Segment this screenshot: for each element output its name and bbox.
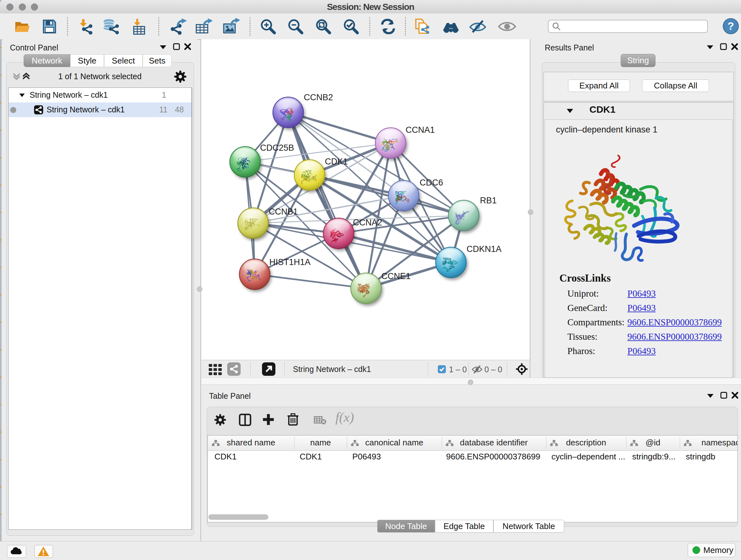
svg-text:CCNB2: CCNB2 (304, 92, 333, 102)
svg-text:CDKN1A: CDKN1A (467, 244, 502, 254)
svg-text:CCNA1: CCNA1 (406, 125, 435, 135)
svg-text:HIST1H1A: HIST1H1A (269, 257, 311, 267)
svg-text:?: ? (728, 20, 734, 32)
svg-text:CCNA2: CCNA2 (353, 218, 382, 227)
svg-text:CCNE1: CCNE1 (381, 271, 411, 281)
svg-text:CDC6: CDC6 (420, 178, 443, 187)
svg-text:CDC25B: CDC25B (260, 143, 294, 152)
svg-text:CCNB1: CCNB1 (269, 207, 298, 216)
svg-text:RB1: RB1 (480, 196, 497, 205)
svg-text:CDK1: CDK1 (325, 157, 348, 166)
